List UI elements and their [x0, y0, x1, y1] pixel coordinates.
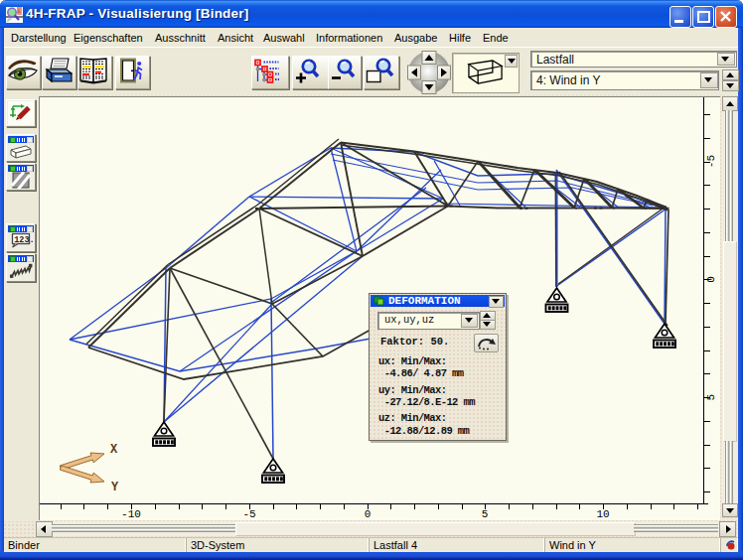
svg-text:0: 0: [706, 276, 718, 283]
svg-text:-5: -5: [242, 508, 255, 520]
svg-text:123.: 123.: [14, 235, 34, 245]
svg-text:0: 0: [365, 508, 372, 520]
svg-text:5: 5: [706, 394, 718, 401]
svg-text:5: 5: [482, 508, 489, 520]
svg-text:-5: -5: [706, 155, 718, 168]
svg-text:X: X: [110, 443, 118, 457]
svg-text:10: 10: [596, 508, 609, 520]
svg-text:Y: Y: [111, 481, 119, 494]
svg-text:-10: -10: [121, 508, 141, 520]
